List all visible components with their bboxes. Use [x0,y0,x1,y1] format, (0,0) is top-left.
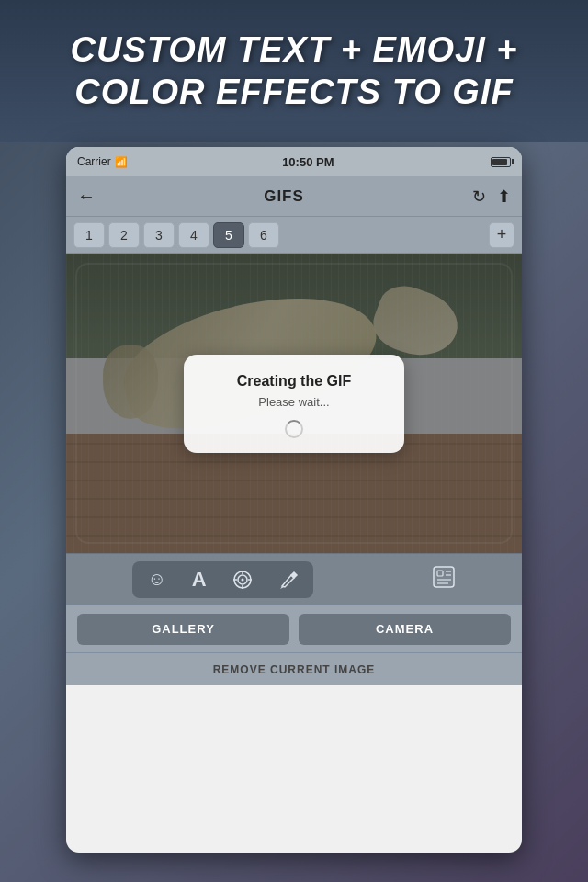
remove-label[interactable]: REMOVE CURRENT IMAGE [213,663,376,676]
nav-title: GIFS [264,187,304,206]
brush-button[interactable] [278,570,299,590]
share-button[interactable]: ⬆ [497,187,511,207]
add-tab-button[interactable]: + [489,222,514,248]
top-banner: CUSTOM TEXT + EMOJI + COLOR EFFECTS TO G… [0,0,588,142]
tab-3[interactable]: 3 [143,222,175,248]
battery-icon [491,157,511,167]
bottom-buttons: GALLERY CAMERA [66,605,522,652]
svg-rect-7 [434,567,454,587]
dialog-overlay: Creating the GIF Please wait... [66,254,522,553]
dialog-box: Creating the GIF Please wait... [184,355,404,453]
emoji-button[interactable]: ☺ [147,569,165,590]
tab-4[interactable]: 4 [178,222,209,248]
nav-bar: ← GIFS ↻ ⬆ [66,176,522,217]
toolbar-group: ☺ A [132,561,312,598]
gallery-button[interactable]: GALLERY [77,614,289,645]
text-button[interactable]: A [192,568,207,592]
target-button[interactable] [232,570,253,590]
toolbar: ☺ A [66,553,522,605]
svg-rect-8 [437,571,443,576]
dialog-subtitle: Please wait... [258,395,329,409]
back-button[interactable]: ← [77,186,96,207]
nav-actions: ↻ ⬆ [472,187,511,207]
dialog-title: Creating the GIF [237,373,351,390]
refresh-button[interactable]: ↻ [472,187,486,207]
tab-6[interactable]: 6 [248,222,279,248]
wifi-icon: 📶 [115,156,128,168]
remove-bar[interactable]: REMOVE CURRENT IMAGE [66,652,522,685]
status-time: 10:50 PM [282,155,334,169]
status-bar: Carrier 📶 10:50 PM [66,147,522,176]
gallery-icon-button[interactable] [432,565,456,594]
phone-frame: Carrier 📶 10:50 PM ← GIFS ↻ ⬆ 1 2 3 4 5 … [66,147,522,853]
image-area: Creating the GIF Please wait... [66,254,522,553]
status-icons [489,157,511,167]
svg-point-2 [241,578,243,581]
tab-2[interactable]: 2 [108,222,140,248]
carrier-label: Carrier 📶 [77,155,128,168]
tab-1[interactable]: 1 [74,222,105,248]
tabs-bar: 1 2 3 4 5 6 + [66,217,522,254]
banner-text: CUSTOM TEXT + EMOJI + COLOR EFFECTS TO G… [71,29,518,113]
loading-spinner [285,420,303,438]
tab-5[interactable]: 5 [213,222,244,248]
camera-button[interactable]: CAMERA [299,614,511,645]
